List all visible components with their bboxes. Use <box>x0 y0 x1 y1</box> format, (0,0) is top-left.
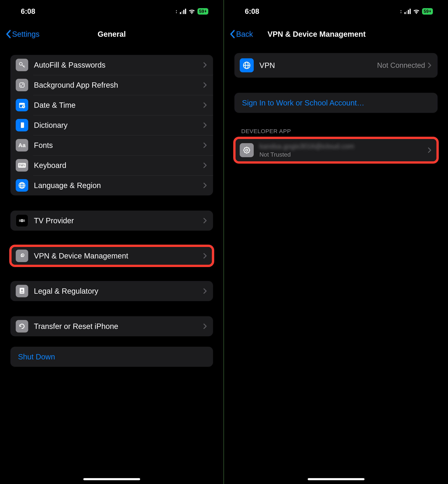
row-label: TV Provider <box>34 217 203 225</box>
keyboard-icon <box>16 159 28 172</box>
fonts-icon: Aa <box>16 139 28 152</box>
chevron-right-icon <box>203 62 207 68</box>
row-label: Shut Down <box>18 353 207 361</box>
row-shutdown[interactable]: Shut Down <box>10 347 213 367</box>
content: AutoFill & Passwords Background App Refr… <box>0 45 224 484</box>
svg-rect-14 <box>19 165 20 166</box>
content: VPN Not Connected Sign In to Work or Sch… <box>224 45 448 484</box>
page-title: General <box>98 30 126 39</box>
row-signin-work-school[interactable]: Sign In to Work or School Account… <box>234 93 438 113</box>
chevron-right-icon <box>203 218 207 223</box>
row-developer-profile[interactable]: kandsa.gogis3016@icloud.com Not Trusted <box>234 138 438 162</box>
cellular-icon <box>180 9 186 14</box>
row-label: Transfer or Reset iPhone <box>34 322 203 331</box>
nav-bar: Back VPN & Device Management <box>224 23 448 45</box>
chevron-left-icon <box>6 30 11 38</box>
group-tv: TV Provider <box>10 210 213 231</box>
svg-point-19 <box>21 255 23 257</box>
row-background-refresh[interactable]: Background App Refresh <box>10 75 213 95</box>
svg-point-21 <box>21 289 23 291</box>
chevron-right-icon <box>203 183 207 188</box>
status-time: 6:08 <box>245 7 259 16</box>
row-label: Background App Refresh <box>34 81 203 89</box>
chevron-right-icon <box>428 63 431 68</box>
status-indicators: : 59 <box>176 8 208 15</box>
dual-sim-icon: : <box>176 8 178 14</box>
row-legal[interactable]: Legal & Regulatory <box>10 281 213 301</box>
cellular-icon <box>404 9 411 14</box>
row-vpn[interactable]: VPN Not Connected <box>234 53 438 78</box>
chevron-right-icon <box>203 323 207 329</box>
row-dictionary[interactable]: Dictionary <box>10 115 213 135</box>
phone-vpn-mgmt: 6:08 : 59 Back VPN & Device Management V… <box>224 0 448 484</box>
calendar-icon <box>16 99 28 111</box>
vpn-globe-icon <box>240 58 254 72</box>
row-label: Fonts <box>34 141 203 150</box>
row-label: VPN <box>259 61 377 70</box>
chevron-right-icon <box>203 142 207 148</box>
refresh-icon <box>16 79 28 91</box>
wifi-icon <box>188 9 195 14</box>
back-button[interactable]: Back <box>230 30 253 39</box>
book-icon <box>16 119 28 131</box>
svg-rect-10 <box>19 164 20 165</box>
status-time: 6:08 <box>21 7 35 16</box>
row-label: Dictionary <box>34 121 203 129</box>
back-label: Back <box>236 30 253 39</box>
row-date-time[interactable]: Date & Time <box>10 95 213 115</box>
phone-general: 6:08 : 59 Settings General AutoFill & Pa… <box>0 0 224 484</box>
row-keyboard[interactable]: Keyboard <box>10 155 213 175</box>
svg-rect-7 <box>20 122 24 128</box>
row-label: Keyboard <box>34 161 203 170</box>
group-legal: Legal & Regulatory <box>10 281 213 301</box>
home-indicator[interactable] <box>308 478 365 480</box>
section-header-developer: DEVELOPER APP <box>234 128 438 138</box>
svg-rect-12 <box>22 164 23 165</box>
row-label: Date & Time <box>34 101 203 109</box>
home-indicator[interactable] <box>83 478 140 480</box>
group-signin: Sign In to Work or School Account… <box>234 93 438 113</box>
row-autofill[interactable]: AutoFill & Passwords <box>10 55 213 75</box>
key-icon <box>16 59 28 71</box>
chevron-right-icon <box>428 147 431 153</box>
row-label: AutoFill & Passwords <box>34 61 203 69</box>
group-vpn: VPN & Device Management <box>10 246 213 266</box>
svg-rect-13 <box>24 164 24 165</box>
gear-icon <box>16 250 28 262</box>
row-language-region[interactable]: Language & Region <box>10 175 213 195</box>
row-vpn-device-mgmt[interactable]: VPN & Device Management <box>10 246 213 266</box>
tv-provider-icon <box>16 214 28 227</box>
row-value: Not Connected <box>377 61 425 70</box>
row-tv-provider[interactable]: TV Provider <box>10 210 213 231</box>
nav-bar: Settings General <box>0 23 224 45</box>
row-transfer-reset[interactable]: Transfer or Reset iPhone <box>10 316 213 336</box>
group-transfer: Transfer or Reset iPhone <box>10 316 213 336</box>
chevron-right-icon <box>203 82 207 88</box>
row-fonts[interactable]: Aa Fonts <box>10 135 213 155</box>
svg-rect-15 <box>20 165 24 166</box>
developer-name: kandsa.gogis3016@icloud.com <box>259 142 428 150</box>
chevron-right-icon <box>203 122 207 128</box>
group-developer-app: kandsa.gogis3016@icloud.com Not Trusted <box>234 138 438 162</box>
row-label: VPN & Device Management <box>34 252 203 260</box>
wifi-icon <box>413 9 420 14</box>
svg-rect-3 <box>19 103 25 104</box>
row-label: Legal & Regulatory <box>34 287 203 295</box>
row-label: Language & Region <box>34 181 203 190</box>
chevron-right-icon <box>203 162 207 168</box>
svg-rect-1 <box>20 83 24 87</box>
back-button[interactable]: Settings <box>6 30 40 39</box>
row-label: Sign In to Work or School Account… <box>242 99 431 107</box>
chevron-right-icon <box>203 102 207 108</box>
dual-sim-icon: : <box>400 8 402 14</box>
globe-icon <box>16 179 28 192</box>
battery-icon: 59 <box>198 8 208 15</box>
status-bar: 6:08 : 59 <box>224 0 448 23</box>
battery-icon: 59 <box>422 8 433 15</box>
svg-point-26 <box>246 149 248 151</box>
svg-rect-11 <box>20 164 21 165</box>
chevron-right-icon <box>203 288 207 294</box>
group-vpn-status: VPN Not Connected <box>234 53 438 78</box>
status-indicators: : 59 <box>400 8 433 15</box>
group-general-1: AutoFill & Passwords Background App Refr… <box>10 55 213 195</box>
